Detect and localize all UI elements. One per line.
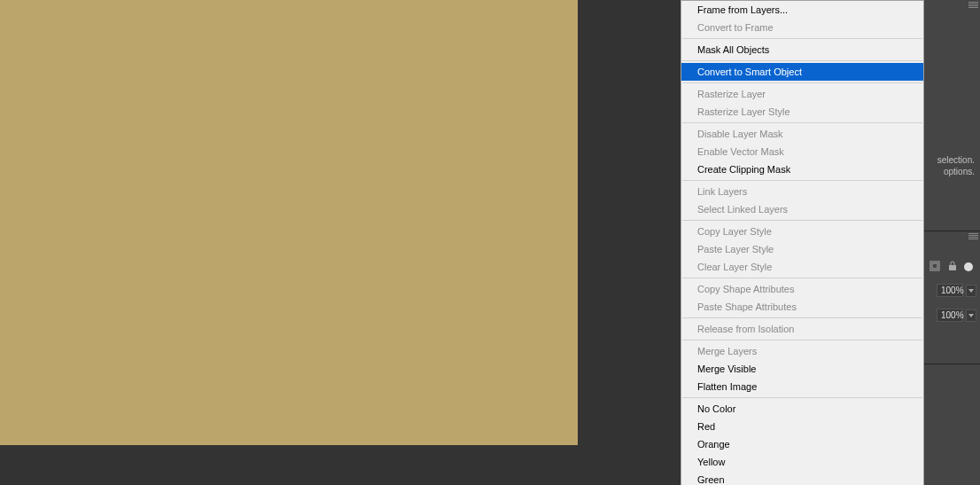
menu-separator <box>682 38 922 39</box>
svg-rect-2 <box>949 265 956 270</box>
menu-item: Copy Shape Attributes <box>681 280 923 298</box>
menu-item: Link Layers <box>681 183 923 200</box>
menu-separator <box>682 397 922 398</box>
menu-separator <box>682 317 922 318</box>
circle-icon[interactable] <box>962 261 975 273</box>
menu-separator <box>682 122 922 123</box>
menu-item: Copy Layer Style <box>681 223 923 240</box>
fill-value[interactable]: 100% <box>937 309 963 322</box>
menu-item[interactable]: Flatten Image <box>681 378 923 395</box>
menu-item: Paste Shape Attributes <box>681 298 923 316</box>
menu-item: Rasterize Layer <box>681 85 923 103</box>
menu-separator <box>682 220 922 221</box>
svg-rect-1 <box>932 263 937 269</box>
menu-item: Paste Layer Style <box>681 240 923 258</box>
menu-separator <box>682 278 922 278</box>
dropdown-caret-icon[interactable] <box>966 285 976 297</box>
menu-separator <box>682 82 922 83</box>
panel-menu-icon[interactable] <box>968 233 978 240</box>
square-icon[interactable] <box>929 260 941 272</box>
menu-separator <box>682 340 922 340</box>
menu-separator <box>682 180 922 181</box>
menu-item: Enable Vector Mask <box>681 143 923 160</box>
menu-item[interactable]: Mask All Objects <box>681 41 923 59</box>
menu-item[interactable]: Frame from Layers... <box>681 1 923 19</box>
menu-item: Disable Layer Mask <box>681 125 923 143</box>
dropdown-caret-icon[interactable] <box>966 309 976 322</box>
right-panel: selection. options. 100% 100% <box>924 0 980 485</box>
menu-item[interactable]: Yellow <box>681 453 923 471</box>
menu-item[interactable]: No Color <box>681 400 923 418</box>
menu-item[interactable]: Convert to Smart Object <box>681 63 923 81</box>
opacity-field[interactable]: 100% <box>937 284 976 297</box>
menu-separator <box>682 60 922 61</box>
menu-item: Convert to Frame <box>681 19 923 36</box>
menu-item[interactable]: Green <box>681 471 923 485</box>
menu-item: Select Linked Layers <box>681 200 923 218</box>
canvas[interactable] <box>0 0 578 445</box>
menu-item[interactable]: Merge Visible <box>681 360 923 378</box>
hint-text: selection. <box>937 155 975 165</box>
panel-menu-icon[interactable] <box>968 2 978 9</box>
fill-field[interactable]: 100% <box>937 309 976 322</box>
menu-item[interactable]: Orange <box>681 435 923 453</box>
menu-item: Rasterize Layer Style <box>681 103 923 121</box>
layer-context-menu: Frame from Layers...Convert to FrameMask… <box>681 0 924 485</box>
menu-item: Clear Layer Style <box>681 258 923 276</box>
menu-item[interactable]: Create Clipping Mask <box>681 160 923 178</box>
lock-icon[interactable] <box>946 260 959 272</box>
hint-text: options. <box>944 167 975 176</box>
menu-item[interactable]: Red <box>681 418 923 435</box>
opacity-value[interactable]: 100% <box>937 284 963 297</box>
menu-item: Merge Layers <box>681 342 923 360</box>
menu-item: Release from Isolation <box>681 320 923 338</box>
